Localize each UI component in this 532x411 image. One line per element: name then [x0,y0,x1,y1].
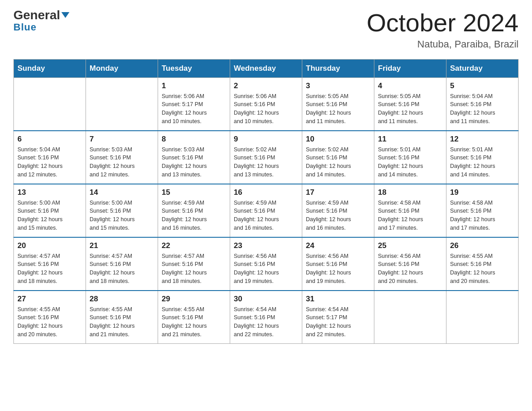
calendar-header: SundayMondayTuesdayWednesdayThursdayFrid… [14,59,519,77]
calendar-cell: 12Sunrise: 5:01 AM Sunset: 5:16 PM Dayli… [446,131,519,184]
day-info: Sunrise: 4:55 AM Sunset: 5:16 PM Dayligh… [90,305,154,339]
day-info: Sunrise: 5:02 AM Sunset: 5:16 PM Dayligh… [234,146,298,179]
logo-blue: Blue [13,21,37,33]
day-number: 23 [234,241,298,250]
calendar-cell: 24Sunrise: 4:56 AM Sunset: 5:16 PM Dayli… [302,237,374,291]
calendar-cell: 25Sunrise: 4:56 AM Sunset: 5:16 PM Dayli… [374,237,446,291]
calendar-cell: 3Sunrise: 5:05 AM Sunset: 5:16 PM Daylig… [302,77,374,131]
day-number: 1 [162,81,226,90]
calendar-week: 1Sunrise: 5:06 AM Sunset: 5:17 PM Daylig… [14,77,519,131]
day-number: 13 [17,188,82,197]
calendar-cell: 30Sunrise: 4:54 AM Sunset: 5:16 PM Dayli… [230,291,302,344]
day-number: 3 [306,81,370,90]
day-info: Sunrise: 4:58 AM Sunset: 5:16 PM Dayligh… [378,199,442,232]
calendar-week: 13Sunrise: 5:00 AM Sunset: 5:16 PM Dayli… [14,184,519,237]
calendar-cell: 11Sunrise: 5:01 AM Sunset: 5:16 PM Dayli… [374,131,446,184]
weekday-header: Thursday [302,59,374,77]
day-info: Sunrise: 5:01 AM Sunset: 5:16 PM Dayligh… [378,146,442,179]
calendar-cell [374,291,446,344]
calendar-cell: 28Sunrise: 4:55 AM Sunset: 5:16 PM Dayli… [86,291,158,344]
calendar-cell: 6Sunrise: 5:04 AM Sunset: 5:16 PM Daylig… [14,131,86,184]
day-number: 8 [162,135,226,144]
weekday-header: Friday [374,59,446,77]
day-info: Sunrise: 4:57 AM Sunset: 5:16 PM Dayligh… [17,252,82,286]
day-info: Sunrise: 4:56 AM Sunset: 5:16 PM Dayligh… [378,252,442,286]
calendar-cell: 4Sunrise: 5:05 AM Sunset: 5:16 PM Daylig… [374,77,446,131]
calendar-cell: 16Sunrise: 4:59 AM Sunset: 5:16 PM Dayli… [230,184,302,237]
day-number: 10 [306,135,370,144]
day-info: Sunrise: 4:59 AM Sunset: 5:16 PM Dayligh… [306,199,370,232]
day-number: 2 [234,81,298,90]
day-number: 18 [378,188,442,197]
calendar-week: 20Sunrise: 4:57 AM Sunset: 5:16 PM Dayli… [14,237,519,291]
day-number: 20 [17,241,82,250]
calendar-cell: 19Sunrise: 4:58 AM Sunset: 5:16 PM Dayli… [446,184,519,237]
calendar-cell: 14Sunrise: 5:00 AM Sunset: 5:16 PM Dayli… [86,184,158,237]
day-info: Sunrise: 5:03 AM Sunset: 5:16 PM Dayligh… [90,146,154,179]
page-header: General Blue October 2024 Natuba, Paraib… [13,9,519,50]
day-number: 25 [378,241,442,250]
day-number: 15 [162,188,226,197]
calendar-cell: 9Sunrise: 5:02 AM Sunset: 5:16 PM Daylig… [230,131,302,184]
day-info: Sunrise: 4:56 AM Sunset: 5:16 PM Dayligh… [234,252,298,286]
day-info: Sunrise: 5:03 AM Sunset: 5:16 PM Dayligh… [162,146,226,179]
calendar-cell: 8Sunrise: 5:03 AM Sunset: 5:16 PM Daylig… [158,131,230,184]
calendar-cell: 29Sunrise: 4:55 AM Sunset: 5:16 PM Dayli… [158,291,230,344]
day-number: 7 [90,135,154,144]
calendar-cell: 21Sunrise: 4:57 AM Sunset: 5:16 PM Dayli… [86,237,158,291]
logo: General Blue [13,9,69,33]
logo-text: General [13,9,69,21]
calendar-table: SundayMondayTuesdayWednesdayThursdayFrid… [13,59,519,344]
day-number: 28 [90,295,154,304]
day-info: Sunrise: 4:59 AM Sunset: 5:16 PM Dayligh… [162,199,226,232]
day-info: Sunrise: 4:57 AM Sunset: 5:16 PM Dayligh… [90,252,154,286]
calendar-cell [14,77,86,131]
calendar-cell: 15Sunrise: 4:59 AM Sunset: 5:16 PM Dayli… [158,184,230,237]
day-number: 22 [162,241,226,250]
day-info: Sunrise: 4:55 AM Sunset: 5:16 PM Dayligh… [17,305,82,339]
month-title: October 2024 [367,9,519,37]
day-info: Sunrise: 5:00 AM Sunset: 5:16 PM Dayligh… [17,199,82,232]
day-info: Sunrise: 4:57 AM Sunset: 5:16 PM Dayligh… [162,252,226,286]
calendar-week: 27Sunrise: 4:55 AM Sunset: 5:16 PM Dayli… [14,291,519,344]
day-info: Sunrise: 5:06 AM Sunset: 5:16 PM Dayligh… [234,92,298,126]
weekday-header: Saturday [446,59,519,77]
weekday-header: Sunday [14,59,86,77]
day-info: Sunrise: 4:59 AM Sunset: 5:16 PM Dayligh… [234,199,298,232]
calendar-cell: 20Sunrise: 4:57 AM Sunset: 5:16 PM Dayli… [14,237,86,291]
calendar-cell: 31Sunrise: 4:54 AM Sunset: 5:17 PM Dayli… [302,291,374,344]
weekday-header: Wednesday [230,59,302,77]
day-info: Sunrise: 4:55 AM Sunset: 5:16 PM Dayligh… [162,305,226,339]
day-info: Sunrise: 5:01 AM Sunset: 5:16 PM Dayligh… [450,146,515,179]
calendar-cell: 7Sunrise: 5:03 AM Sunset: 5:16 PM Daylig… [86,131,158,184]
calendar-cell: 23Sunrise: 4:56 AM Sunset: 5:16 PM Dayli… [230,237,302,291]
day-info: Sunrise: 4:58 AM Sunset: 5:16 PM Dayligh… [450,199,515,232]
day-number: 24 [306,241,370,250]
day-info: Sunrise: 5:00 AM Sunset: 5:16 PM Dayligh… [90,199,154,232]
day-number: 31 [306,295,370,304]
day-info: Sunrise: 5:05 AM Sunset: 5:16 PM Dayligh… [378,92,442,126]
calendar-cell: 22Sunrise: 4:57 AM Sunset: 5:16 PM Dayli… [158,237,230,291]
calendar-cell: 2Sunrise: 5:06 AM Sunset: 5:16 PM Daylig… [230,77,302,131]
calendar-cell: 17Sunrise: 4:59 AM Sunset: 5:16 PM Dayli… [302,184,374,237]
day-number: 26 [450,241,515,250]
calendar-cell: 5Sunrise: 5:04 AM Sunset: 5:16 PM Daylig… [446,77,519,131]
calendar-week: 6Sunrise: 5:04 AM Sunset: 5:16 PM Daylig… [14,131,519,184]
day-number: 5 [450,81,515,90]
location-title: Natuba, Paraiba, Brazil [367,39,519,50]
calendar-cell: 13Sunrise: 5:00 AM Sunset: 5:16 PM Dayli… [14,184,86,237]
day-number: 29 [162,295,226,304]
day-info: Sunrise: 5:04 AM Sunset: 5:16 PM Dayligh… [17,146,82,179]
title-block: October 2024 Natuba, Paraiba, Brazil [367,9,519,50]
weekday-header: Monday [86,59,158,77]
day-info: Sunrise: 4:54 AM Sunset: 5:16 PM Dayligh… [234,305,298,339]
calendar-cell [446,291,519,344]
day-number: 27 [17,295,82,304]
day-number: 11 [378,135,442,144]
day-number: 6 [17,135,82,144]
calendar-cell [86,77,158,131]
day-info: Sunrise: 5:04 AM Sunset: 5:16 PM Dayligh… [450,92,515,126]
day-info: Sunrise: 5:06 AM Sunset: 5:17 PM Dayligh… [162,92,226,126]
day-number: 4 [378,81,442,90]
weekday-header: Tuesday [158,59,230,77]
